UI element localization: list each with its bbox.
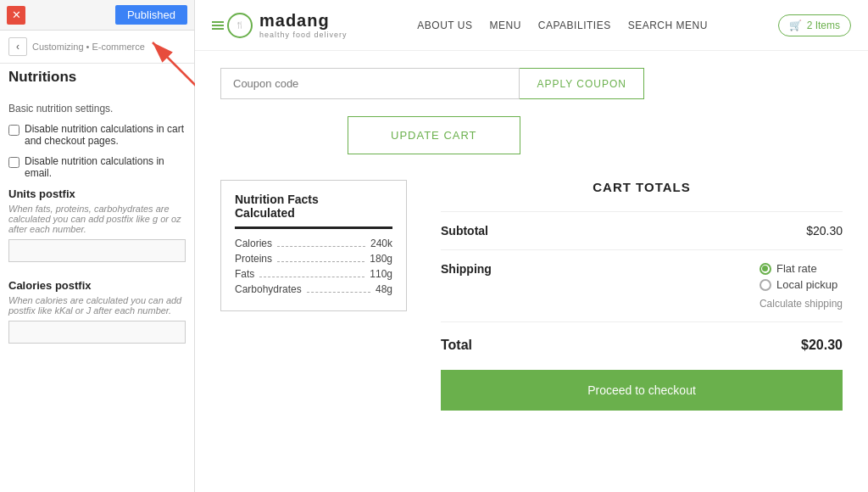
breadcrumb-area: ‹ Customizing • E-commerce	[0, 31, 194, 64]
nutrition-label-fats: Fats	[235, 268, 254, 280]
logo-text: madang healthy food delivery	[259, 11, 348, 39]
nutrition-label-carbs: Carbohydrates	[235, 283, 302, 295]
shipping-row: Shipping Flat rate Local pickup Calculat…	[441, 249, 843, 321]
subtotal-row: Subtotal $20.30	[441, 211, 843, 249]
nav-links: ABOUT US MENU CAPABILITIES SEARCH MENU	[417, 20, 707, 31]
calories-postfix-input[interactable]: k	[8, 321, 186, 344]
sidebar-header: ✕ Published	[0, 0, 194, 31]
cart-label: 2 Items	[807, 20, 840, 31]
totals-table: Subtotal $20.30 Shipping Flat rate	[441, 211, 843, 411]
units-postfix-input[interactable]: g	[8, 239, 186, 262]
close-button[interactable]: ✕	[7, 6, 25, 25]
flat-rate-label: Flat rate	[776, 262, 817, 275]
main-content: 🍴 madang healthy food delivery ABOUT US …	[195, 0, 868, 492]
breadcrumb: Customizing • E-commerce	[32, 42, 145, 52]
flat-rate-option[interactable]: Flat rate	[760, 262, 817, 275]
checkbox-disable-cart[interactable]: Disable nutrition calculations in cart a…	[8, 123, 186, 147]
nav-about[interactable]: ABOUT US	[417, 20, 472, 31]
basic-settings-label: Basic nutrition settings.	[8, 103, 186, 115]
calories-postfix-hint: When calories are calculated you can add…	[8, 295, 186, 316]
nutrition-value-fats: 110g	[370, 268, 392, 280]
nutrition-label-proteins: Proteins	[235, 253, 272, 265]
checkout-button[interactable]: Proceed to checkout	[441, 370, 843, 411]
update-cart-button[interactable]: UPDATE CART	[348, 116, 520, 154]
local-pickup-radio[interactable]	[760, 279, 771, 291]
back-button[interactable]: ‹	[8, 37, 27, 56]
nutrition-dots-proteins	[277, 255, 364, 262]
nav-menu[interactable]: MENU	[489, 20, 520, 31]
total-row: Total $20.30	[441, 321, 843, 365]
nutrition-box: Nutrition FactsCalculated Calories 240k …	[220, 180, 407, 311]
cart-totals-title: CART TOTALS	[441, 180, 843, 194]
nutrition-divider	[235, 226, 392, 229]
logo-icon: 🍴	[212, 13, 253, 38]
sidebar: ✕ Published ‹ Customizing • E-commerce N…	[0, 0, 195, 492]
local-pickup-option[interactable]: Local pickup	[760, 278, 837, 291]
nutrition-value-carbs: 48g	[376, 283, 392, 295]
shipping-options: Flat rate Local pickup Calculate shippin…	[760, 262, 843, 310]
page-content: APPLY COUPON UPDATE CART Nutrition Facts…	[195, 51, 868, 492]
cart-totals: CART TOTALS Subtotal $20.30 Shipping Fla…	[441, 180, 843, 411]
logo-circle: 🍴	[227, 13, 253, 38]
checkbox-disable-cart-label: Disable nutrition calculations in cart a…	[25, 123, 186, 147]
logo-tagline: healthy food delivery	[259, 31, 348, 39]
nutrition-row-fats: Fats 110g	[235, 268, 392, 280]
logo-line-3	[212, 28, 224, 30]
nutrition-row-carbs: Carbohydrates 48g	[235, 283, 392, 295]
cart-button[interactable]: 🛒 2 Items	[778, 14, 851, 36]
cart-icon: 🛒	[789, 20, 802, 31]
subtotal-label: Subtotal	[441, 224, 488, 238]
top-nav: 🍴 madang healthy food delivery ABOUT US …	[195, 0, 868, 51]
units-postfix-title: Units postfix	[8, 187, 186, 200]
bottom-row: Nutrition FactsCalculated Calories 240k …	[220, 180, 843, 411]
flat-rate-radio[interactable]	[760, 263, 771, 275]
nutrition-value-proteins: 180g	[370, 253, 392, 265]
total-value: $20.30	[801, 338, 843, 353]
checkbox-disable-email-input[interactable]	[8, 157, 19, 168]
coupon-row: APPLY COUPON	[220, 68, 644, 99]
coupon-input[interactable]	[220, 68, 520, 99]
nav-search-menu[interactable]: SEARCH MENU	[628, 20, 708, 31]
checkbox-disable-email[interactable]: Disable nutrition calculations in email.	[8, 155, 186, 179]
nutrition-row-calories: Calories 240k	[235, 238, 392, 249]
sidebar-section-title: Nutritions	[0, 64, 194, 94]
apply-coupon-button[interactable]: APPLY COUPON	[520, 68, 644, 99]
logo-name: madang	[259, 11, 348, 31]
nutrition-dots-calories	[277, 240, 365, 247]
shipping-label: Shipping	[441, 262, 492, 276]
total-label: Total	[441, 338, 472, 353]
nutrition-label-calories: Calories	[235, 238, 272, 249]
nutrition-dots-carbs	[307, 286, 370, 293]
nutrition-row-proteins: Proteins 180g	[235, 253, 392, 265]
logo-line-1	[212, 21, 224, 23]
calories-postfix-title: Calories postfix	[8, 279, 186, 292]
checkbox-disable-email-label: Disable nutrition calculations in email.	[25, 155, 186, 179]
logo-line-2	[212, 25, 224, 26]
published-button[interactable]: Published	[115, 5, 187, 25]
calc-shipping-link[interactable]: Calculate shipping	[760, 298, 843, 310]
nutrition-value-calories: 240k	[370, 238, 392, 249]
units-postfix-hint: When fats, proteins, carbohydrates are c…	[8, 204, 186, 234]
logo-lines	[212, 21, 224, 30]
nutrition-dots-fats	[259, 271, 364, 277]
sidebar-content: Basic nutrition settings. Disable nutrit…	[0, 94, 194, 492]
checkbox-disable-cart-input[interactable]	[8, 125, 19, 136]
local-pickup-label: Local pickup	[776, 278, 837, 291]
nav-capabilities[interactable]: CAPABILITIES	[538, 20, 611, 31]
nutrition-title: Nutrition FactsCalculated	[235, 193, 392, 220]
subtotal-value: $20.30	[806, 224, 843, 238]
logo: 🍴 madang healthy food delivery	[212, 11, 348, 39]
